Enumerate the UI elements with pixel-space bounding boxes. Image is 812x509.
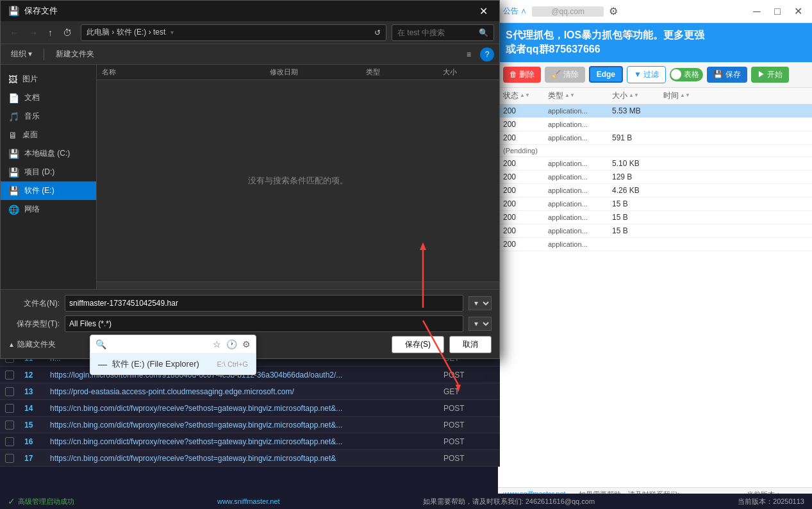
row-checkbox[interactable] xyxy=(5,404,14,413)
sidebar-item[interactable]: 💾本地磁盘 (C:) xyxy=(1,144,96,163)
table-row[interactable]: (Pendding) xyxy=(498,145,812,157)
table-row[interactable]: 200 application... 5.10 KB xyxy=(498,157,812,171)
sort-arrows-type[interactable]: ▲▼ xyxy=(565,93,575,98)
sidebar-icon: 💾 xyxy=(8,186,19,196)
dialog-toolbar2: 组织 ▾ 新建文件夹 ≡ ? xyxy=(1,44,499,65)
data-row[interactable]: 13 https://prod-eastasia.access-point.cl… xyxy=(0,383,500,400)
table-row[interactable]: 200 application... 129 B xyxy=(498,171,812,184)
filename-input[interactable] xyxy=(65,295,463,312)
dialog-save-button[interactable]: 保存(S) xyxy=(392,336,444,353)
col-type: 类型 ▲▼ xyxy=(548,90,612,101)
table-row[interactable]: 200 application... 591 B xyxy=(498,131,812,145)
row-method: GET xyxy=(443,387,495,396)
hide-folders-button[interactable]: ▲ 隐藏文件夹 xyxy=(8,339,56,350)
new-folder-button[interactable]: 新建文件夹 xyxy=(51,47,99,62)
row-size: 129 B xyxy=(612,172,663,181)
row-type: application... xyxy=(548,160,612,167)
help-icon-btn[interactable]: ? xyxy=(480,47,494,62)
table-row[interactable]: 200 application... xyxy=(498,118,812,131)
filename-dropdown[interactable]: ▾ xyxy=(468,296,492,310)
toolbar-divider xyxy=(44,49,44,60)
dialog-sidebar: 🖼图片📄文档🎵音乐🖥桌面💾本地磁盘 (C:)💾项目 (D:)💾软件 (E:)🌐网… xyxy=(1,65,97,289)
save-dialog: 💾 保存文件 ✕ ← → ↑ ⏱ 此电脑 › 软件 (E:) › test ▾ … xyxy=(0,0,500,359)
sidebar-item[interactable]: 💾项目 (D:) xyxy=(1,163,96,181)
sidebar-item[interactable]: 🖼图片 xyxy=(1,70,96,88)
recent-button[interactable]: ⏱ xyxy=(59,25,76,40)
delete-button[interactable]: 🗑 删除 xyxy=(503,67,541,83)
row-checkbox[interactable] xyxy=(5,421,14,430)
save-icon: 💾 xyxy=(8,6,19,16)
close-button[interactable]: ✕ xyxy=(789,4,807,19)
filter-button[interactable]: ▼ 过滤 xyxy=(627,66,666,83)
tools-icon[interactable]: ⚙ xyxy=(242,339,251,349)
data-row[interactable]: 17 https://cn.bing.com/dict/fwproxy/rece… xyxy=(0,450,500,467)
sidebar-label: 项目 (D:) xyxy=(24,167,54,178)
dialog-cancel-button[interactable]: 取消 xyxy=(449,336,492,353)
sidebar-label: 文档 xyxy=(24,92,40,103)
data-row[interactable]: 16 https://cn.bing.com/dict/fwproxy/rece… xyxy=(0,433,500,450)
row-checkbox[interactable] xyxy=(5,371,14,380)
clear-button[interactable]: 🧹 清除 xyxy=(545,67,584,83)
table-row[interactable]: 200 application... 15 B xyxy=(498,224,812,238)
dropdown-arrow[interactable]: ▾ xyxy=(170,29,174,36)
row-status: 200 xyxy=(503,106,548,115)
announcement-link[interactable]: 公告 ∧ xyxy=(503,6,527,17)
back-button[interactable]: ← xyxy=(6,25,22,40)
maximize-button[interactable]: □ xyxy=(768,4,786,19)
sidebar-item[interactable]: 💾软件 (E:) xyxy=(1,181,96,200)
sidebar-label: 网络 xyxy=(24,204,40,215)
context-search-input[interactable] xyxy=(110,340,209,349)
dialog-title: 保存文件 xyxy=(24,5,58,17)
table-body: 200 application... 5.53 MB 200 applicati… xyxy=(498,104,812,487)
sidebar-item[interactable]: 🖥桌面 xyxy=(1,126,96,144)
up-button[interactable]: ↑ xyxy=(44,25,56,40)
horizontal-scrollbar[interactable] xyxy=(97,281,499,289)
footer-buttons: 保存(S) 取消 xyxy=(392,336,492,353)
dialog-close-button[interactable]: ✕ xyxy=(476,4,492,19)
row-checkbox[interactable] xyxy=(5,437,14,446)
start-button[interactable]: ▶ 开始 xyxy=(751,67,789,83)
search-input[interactable] xyxy=(397,28,479,37)
sort-arrows-time[interactable]: ▲▼ xyxy=(680,93,690,98)
filetype-input[interactable] xyxy=(65,315,463,332)
history-icon[interactable]: 🕐 xyxy=(226,339,237,349)
save-button[interactable]: 💾 保存 xyxy=(707,67,747,83)
table-row[interactable]: 200 application... 4.26 KB xyxy=(498,184,812,197)
window-controls: ─ □ ✕ xyxy=(748,4,807,19)
website-center[interactable]: www.sniffmaster.net xyxy=(217,497,280,505)
filetype-row: 保存类型(T): ▾ xyxy=(8,315,492,332)
sidebar-item[interactable]: 📄文档 xyxy=(1,88,96,107)
sidebar-item[interactable]: 🌐网络 xyxy=(1,200,96,219)
minimize-button[interactable]: ─ xyxy=(748,4,766,19)
row-size: 15 B xyxy=(612,199,663,208)
context-file-explorer-item[interactable]: — 软件 (E:) (File Explorer) E:\ Ctrl+G xyxy=(90,354,256,374)
data-row[interactable]: 15 https://cn.bing.com/dict/fwproxy/rece… xyxy=(0,417,500,433)
settings-icon[interactable]: ⚙ xyxy=(609,5,618,17)
breadcrumb-text: 此电脑 › 软件 (E:) › test xyxy=(87,27,165,38)
table-row[interactable]: 200 application... 15 B xyxy=(498,197,812,211)
forward-button[interactable]: → xyxy=(25,25,42,40)
sidebar-item[interactable]: 🎵音乐 xyxy=(1,107,96,126)
row-status: 200 xyxy=(503,159,548,168)
sidebar-icon: 🖥 xyxy=(8,130,17,140)
sort-arrows-status[interactable]: ▲▼ xyxy=(520,93,530,98)
refresh-icon[interactable]: ↺ xyxy=(374,28,381,37)
data-row[interactable]: 14 https://cn.bing.com/dict/fwproxy/rece… xyxy=(0,400,500,417)
table-row[interactable]: 200 application... 15 B xyxy=(498,211,812,224)
edge-button[interactable]: Edge xyxy=(589,66,623,83)
row-checkbox[interactable] xyxy=(5,387,14,396)
star-icon[interactable]: ☆ xyxy=(213,339,221,349)
view-button[interactable]: ≡ xyxy=(461,48,476,61)
row-type: application... xyxy=(548,121,612,128)
table-toggle[interactable]: 表格 xyxy=(670,68,703,81)
context-shortcut: E:\ Ctrl+G xyxy=(217,360,248,368)
table-row[interactable]: 200 application... 5.53 MB xyxy=(498,104,812,118)
file-area: 没有与搜索条件匹配的项。 xyxy=(97,80,499,281)
sort-arrows-size[interactable]: ▲▼ xyxy=(629,93,639,98)
table-row[interactable]: 200 application... xyxy=(498,238,812,251)
row-checkbox[interactable] xyxy=(5,454,14,463)
dialog-title-left: 💾 保存文件 xyxy=(8,5,58,17)
sidebar-label: 软件 (E:) xyxy=(24,185,54,196)
filetype-dropdown[interactable]: ▾ xyxy=(468,317,492,331)
organize-button[interactable]: 组织 ▾ xyxy=(6,47,37,62)
